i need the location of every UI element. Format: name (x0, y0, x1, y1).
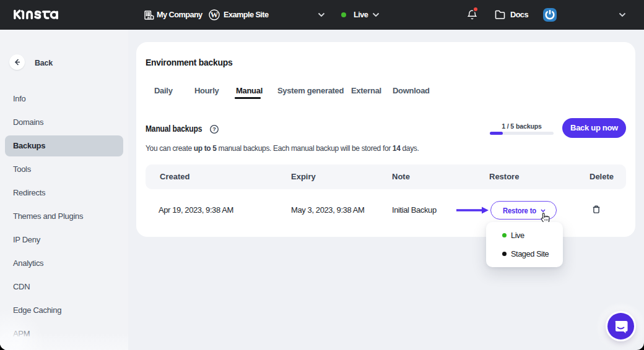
svg-text:W: W (211, 11, 219, 19)
svg-text:?: ? (212, 126, 216, 132)
